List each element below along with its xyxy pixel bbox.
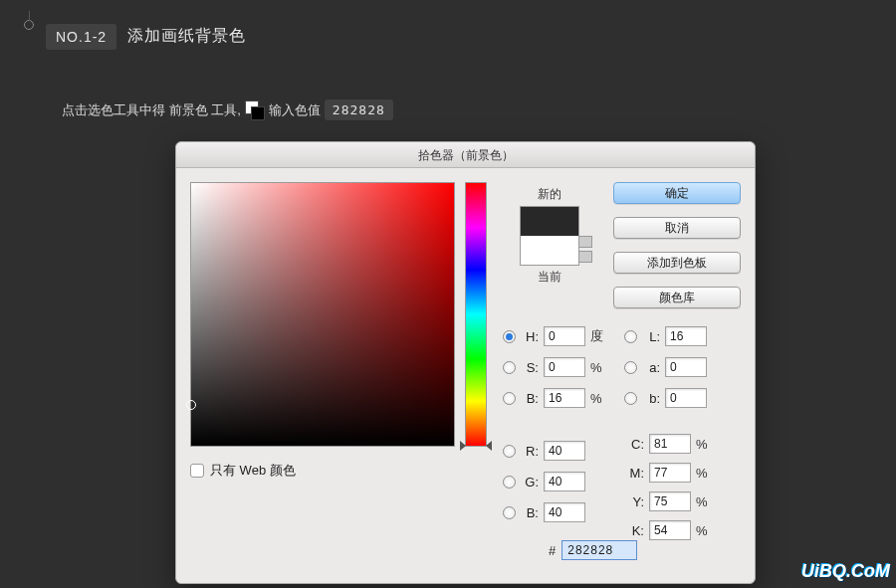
step-title: 添加画纸背景色 bbox=[127, 26, 246, 47]
instruction-value: 282828 bbox=[325, 99, 393, 120]
input-l[interactable] bbox=[665, 326, 707, 346]
input-rb[interactable] bbox=[544, 502, 585, 522]
radio-r[interactable] bbox=[503, 445, 516, 458]
label-hash: # bbox=[549, 543, 556, 558]
input-b[interactable] bbox=[544, 388, 585, 408]
label-c: C: bbox=[624, 437, 644, 452]
input-s[interactable] bbox=[544, 357, 585, 377]
input-lab-b[interactable] bbox=[665, 388, 707, 408]
dialog-title: 拾色器（前景色） bbox=[176, 142, 755, 168]
label-l: L: bbox=[642, 329, 660, 344]
input-c[interactable] bbox=[649, 434, 691, 454]
input-y[interactable] bbox=[649, 491, 691, 511]
input-k[interactable] bbox=[649, 520, 691, 540]
radio-a[interactable] bbox=[624, 361, 637, 374]
radio-rb[interactable] bbox=[503, 506, 516, 519]
input-g[interactable] bbox=[544, 472, 585, 491]
label-k: K: bbox=[624, 523, 644, 538]
foreground-swatch-icon bbox=[245, 100, 265, 120]
hue-slider[interactable] bbox=[465, 182, 487, 447]
new-label: 新的 bbox=[511, 186, 588, 203]
web-safe-icon[interactable] bbox=[578, 251, 592, 263]
hue-slider-thumb-icon bbox=[486, 441, 492, 451]
watermark: UiBQ.CoM bbox=[801, 561, 890, 582]
cancel-button[interactable]: 取消 bbox=[613, 217, 741, 239]
unit-deg: 度 bbox=[590, 327, 604, 345]
add-swatch-button[interactable]: 添加到色板 bbox=[613, 252, 741, 274]
input-r[interactable] bbox=[544, 441, 585, 461]
step-tag: NO.1-2 bbox=[46, 24, 116, 50]
color-libraries-button[interactable]: 颜色库 bbox=[613, 287, 741, 308]
input-h[interactable] bbox=[544, 326, 585, 346]
instruction-post: 输入色值 bbox=[269, 101, 321, 119]
current-label: 当前 bbox=[511, 269, 588, 286]
instruction-row: 点击选色工具中得 前景色 工具, 输入色值 282828 bbox=[62, 99, 393, 120]
label-lab-b: b: bbox=[642, 391, 660, 406]
instruction-pre: 点击选色工具中得 前景色 工具, bbox=[62, 101, 241, 119]
label-s: S: bbox=[521, 360, 539, 375]
web-only-checkbox[interactable] bbox=[190, 464, 204, 478]
radio-h[interactable] bbox=[503, 330, 516, 343]
web-only-label: 只有 Web 颜色 bbox=[210, 462, 296, 480]
input-m[interactable] bbox=[649, 463, 691, 483]
label-h: H: bbox=[521, 329, 539, 344]
radio-lab-b[interactable] bbox=[624, 392, 637, 405]
unit-pct: % bbox=[590, 360, 604, 375]
radio-b[interactable] bbox=[503, 392, 516, 405]
label-b: B: bbox=[521, 391, 539, 406]
ok-button[interactable]: 确定 bbox=[613, 182, 741, 204]
label-y: Y: bbox=[624, 494, 644, 509]
label-rb: B: bbox=[521, 505, 539, 520]
input-hex[interactable] bbox=[561, 540, 637, 560]
unit-pct: % bbox=[590, 391, 604, 406]
label-g: G: bbox=[521, 475, 539, 490]
label-m: M: bbox=[624, 466, 644, 481]
radio-s[interactable] bbox=[503, 361, 516, 374]
hue-slider-thumb-icon bbox=[460, 441, 466, 451]
radio-g[interactable] bbox=[503, 476, 516, 489]
color-compare-swatch bbox=[520, 206, 579, 266]
color-canvas[interactable] bbox=[190, 182, 455, 447]
label-a: a: bbox=[642, 360, 660, 375]
color-canvas-cursor bbox=[186, 400, 196, 410]
radio-l[interactable] bbox=[624, 330, 637, 343]
input-a[interactable] bbox=[665, 357, 707, 377]
label-r: R: bbox=[521, 444, 539, 459]
cube-icon[interactable] bbox=[578, 236, 592, 248]
color-picker-dialog: 拾色器（前景色） 新的 当前 确定 取消 添加到色板 颜色库 只有 Web 颜色… bbox=[175, 141, 756, 584]
